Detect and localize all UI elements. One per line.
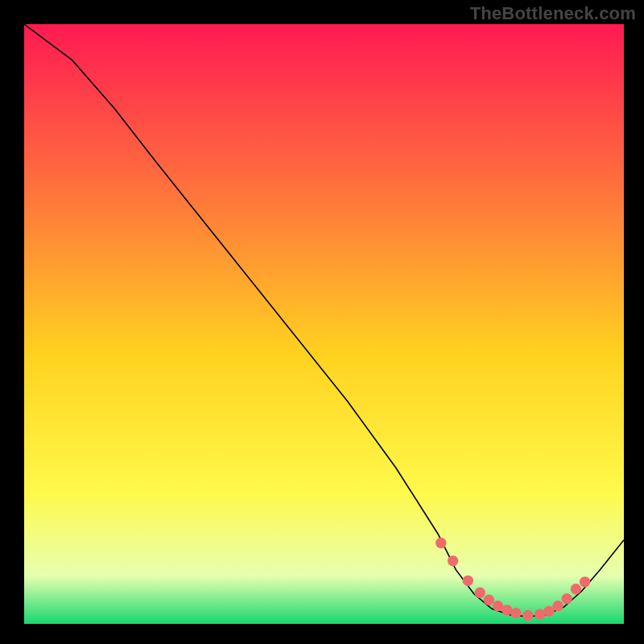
marker-dot <box>463 576 473 586</box>
marker-dot <box>522 610 533 621</box>
marker-dot <box>543 606 554 617</box>
marker-dot <box>510 608 521 618</box>
marker-dot <box>571 584 581 594</box>
chart-frame: { "watermark": "TheBottleneck.com", "col… <box>0 0 644 644</box>
marker-dot <box>436 538 446 548</box>
chart-svg <box>24 24 624 624</box>
marker-dot <box>474 588 485 598</box>
marker-dot <box>448 555 458 566</box>
marker-dot <box>552 601 563 611</box>
watermark-text: TheBottleneck.com <box>470 3 636 24</box>
marker-dot <box>484 594 494 605</box>
marker-dot <box>580 576 590 587</box>
gradient-background <box>24 24 624 624</box>
marker-dot <box>562 593 572 604</box>
plot-area <box>24 24 624 624</box>
